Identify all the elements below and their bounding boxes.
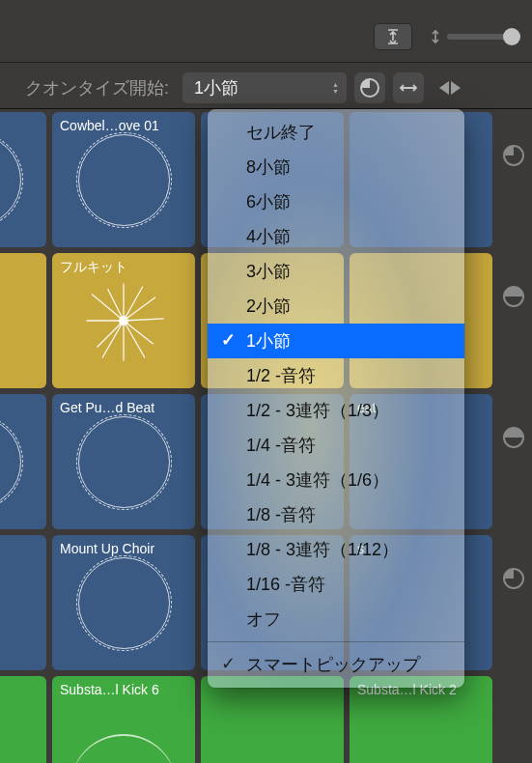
cell-label: Mount Up Choir (60, 541, 187, 556)
vertical-resize-icon (386, 29, 400, 44)
menu-item[interactable]: 8小節 (208, 150, 464, 184)
menu-item[interactable]: 6小節 (208, 184, 464, 219)
cell[interactable]: Substa…l Kick 2 (350, 676, 492, 763)
zoom-slider[interactable] (447, 34, 518, 40)
quantize-menu: セル終了 8小節 6小節 4小節 3小節 2小節 1小節 1/2 -音符 1/2… (208, 109, 464, 688)
vertical-fit-button[interactable] (374, 23, 412, 50)
menu-item[interactable]: 1/2 -音符 (208, 358, 464, 393)
cell-label: フルキット (60, 259, 187, 276)
cell[interactable]: Mount Up Choir (52, 535, 195, 670)
cell-label: Substa…l Kick 6 (60, 682, 187, 697)
menu-item[interactable]: 1/16 -音符 (208, 567, 464, 602)
cell[interactable]: Substa…l Kick 6 (52, 676, 195, 763)
nudge-controls[interactable] (439, 81, 461, 95)
cell[interactable]: …n 04 (0, 112, 46, 247)
cell-label: Beat (0, 400, 39, 415)
reverse-button[interactable] (393, 72, 424, 103)
cell[interactable]: Beat (0, 394, 46, 529)
cell[interactable] (0, 253, 46, 388)
menu-item[interactable]: 1/8 -音符 (208, 497, 464, 532)
cell[interactable]: フルキット (52, 253, 195, 388)
cell-label: Cowbel…ove 01 (60, 118, 187, 133)
cell-label: …n 04 (0, 118, 39, 133)
vertical-arrow-icon (430, 29, 441, 44)
menu-item[interactable]: 3小節 (208, 254, 464, 289)
menu-item[interactable]: 1/4 - 3連符（1/6） (208, 463, 464, 497)
cell-label: ick 5 (0, 682, 39, 697)
menu-item[interactable]: セル終了 (208, 115, 464, 150)
chevron-up-down-icon: ▲▼ (332, 81, 339, 95)
play-mode-button[interactable] (354, 72, 385, 103)
quantize-value: 1小節 (194, 76, 238, 99)
cell[interactable]: Bells (0, 535, 46, 670)
menu-item[interactable]: 1/4 -音符 (208, 428, 464, 463)
cell-label: Get Pu…d Beat (60, 400, 187, 415)
menu-item[interactable]: 1/2 - 3連符（1/3） (208, 393, 464, 428)
cell[interactable]: ick 5 (0, 676, 46, 763)
quantize-select[interactable]: 1小節 ▲▼ (182, 72, 347, 103)
row-indicator[interactable] (503, 145, 524, 166)
cell[interactable] (201, 676, 344, 763)
menu-item[interactable]: 2小節 (208, 289, 464, 324)
menu-item[interactable]: 4小節 (208, 219, 464, 254)
row-indicator[interactable] (503, 286, 524, 307)
swap-icon (398, 81, 419, 95)
triangle-right-icon (451, 81, 461, 95)
cell-label: Bells (0, 541, 39, 556)
row-indicator[interactable] (503, 568, 524, 589)
row-indicator[interactable] (503, 427, 524, 448)
menu-item[interactable]: 1/8 - 3連符（1/12） (208, 532, 464, 567)
triangle-left-icon (439, 81, 449, 95)
cell[interactable]: Get Pu…d Beat (52, 394, 195, 529)
menu-item[interactable]: オフ (208, 602, 464, 636)
row-indicator-column (503, 145, 524, 589)
menu-separator (208, 641, 464, 642)
quantize-label: クオンタイズ開始: (25, 76, 169, 99)
slider-knob[interactable] (503, 28, 520, 45)
menu-item-selected[interactable]: 1小節 (208, 324, 464, 358)
cell[interactable]: Cowbel…ove 01 (52, 112, 195, 247)
menu-item-smart-pickup[interactable]: スマートピックアップ (208, 647, 464, 682)
pie-icon (360, 78, 379, 98)
